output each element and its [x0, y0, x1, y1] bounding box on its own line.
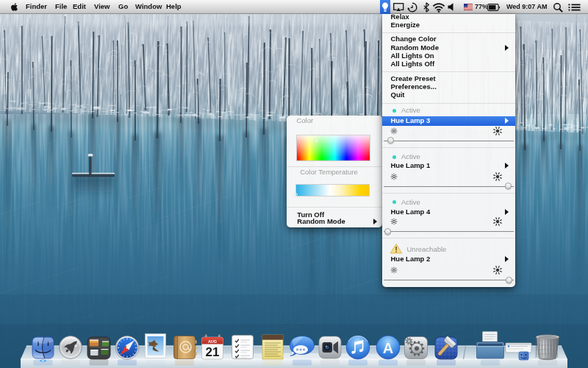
- svg-text:21: 21: [206, 345, 220, 359]
- svg-text:A: A: [383, 340, 393, 356]
- svg-text:AUG: AUG: [208, 339, 217, 344]
